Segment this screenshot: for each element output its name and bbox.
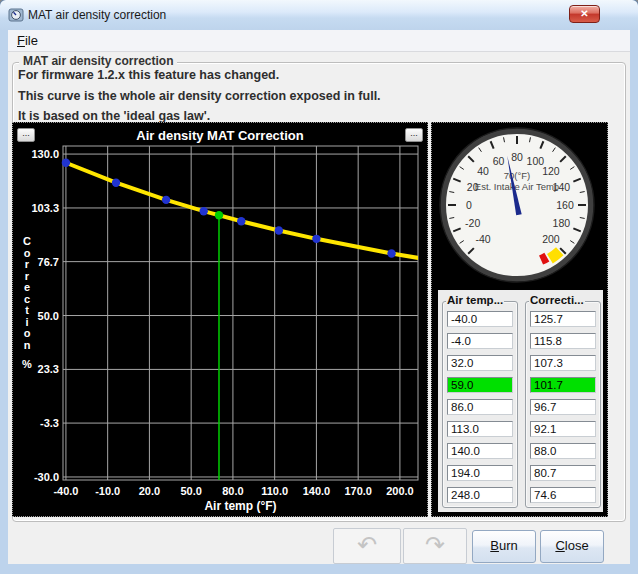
svg-text:n: n bbox=[24, 339, 31, 351]
window-title: MAT air density correction bbox=[28, 8, 166, 22]
gauge-title: Est. Intake Air Temp bbox=[475, 181, 559, 192]
cell-field[interactable]: 32.0 bbox=[447, 355, 513, 371]
svg-text:76.7: 76.7 bbox=[38, 256, 59, 268]
info-line-3: It is based on the 'ideal gas law'. bbox=[18, 109, 210, 123]
cell-field[interactable]: 115.8 bbox=[530, 333, 596, 349]
curve-point[interactable] bbox=[199, 207, 207, 215]
cell-field[interactable]: 125.7 bbox=[530, 311, 596, 327]
column-header: Air temp... bbox=[446, 294, 504, 306]
gauge-value: 70(°F) bbox=[504, 170, 531, 181]
redo-icon: ↷ bbox=[425, 531, 445, 558]
svg-text:-3.3: -3.3 bbox=[40, 417, 59, 429]
svg-text:140.0: 140.0 bbox=[303, 485, 331, 497]
svg-text:20.0: 20.0 bbox=[139, 485, 160, 497]
svg-text:e: e bbox=[24, 281, 30, 293]
svg-text:o: o bbox=[24, 247, 31, 259]
curve-point[interactable] bbox=[112, 179, 120, 187]
cell-field[interactable]: 80.7 bbox=[530, 465, 596, 481]
svg-text:23.3: 23.3 bbox=[38, 363, 59, 375]
svg-text:-10.0: -10.0 bbox=[95, 485, 120, 497]
svg-text:130.0: 130.0 bbox=[31, 148, 59, 160]
cell-field[interactable]: 59.0 bbox=[447, 377, 513, 393]
cursor-point bbox=[215, 211, 223, 219]
cell-field[interactable]: 140.0 bbox=[447, 443, 513, 459]
curve-point[interactable] bbox=[312, 235, 320, 243]
correction-curve-chart[interactable]: 130.0103.376.750.023.3-3.3-30.0-40.0-10.… bbox=[13, 123, 427, 516]
undo-icon: ↶ bbox=[357, 531, 377, 558]
table-column-correction: Correcti...125.7115.8107.3101.796.792.18… bbox=[525, 301, 601, 508]
app-icon bbox=[8, 7, 24, 23]
svg-text:-40.0: -40.0 bbox=[53, 485, 78, 497]
y-axis-label-unit: % bbox=[22, 358, 32, 370]
cell-field[interactable]: 101.7 bbox=[530, 377, 596, 393]
cell-field[interactable]: 107.3 bbox=[530, 355, 596, 371]
column-header: Correcti... bbox=[529, 294, 585, 306]
info-line-2: This curve is the whole air density corr… bbox=[18, 89, 381, 103]
cell-field[interactable]: 113.0 bbox=[447, 421, 513, 437]
gauge-table-panel: -40-2002040608010012014016018020070(°F)E… bbox=[431, 122, 608, 517]
burn-button[interactable]: Burn bbox=[472, 530, 536, 563]
svg-text:0: 0 bbox=[466, 199, 472, 211]
svg-text:50.0: 50.0 bbox=[38, 310, 59, 322]
svg-text:-20: -20 bbox=[465, 217, 480, 229]
cell-field[interactable]: 88.0 bbox=[530, 443, 596, 459]
svg-text:C: C bbox=[23, 235, 31, 247]
cell-field[interactable]: -40.0 bbox=[447, 311, 513, 327]
titlebar[interactable]: MAT air density correction ✕ bbox=[0, 0, 638, 30]
cell-field[interactable]: -4.0 bbox=[447, 333, 513, 349]
svg-text:t: t bbox=[25, 304, 29, 316]
cell-field[interactable]: 96.7 bbox=[530, 399, 596, 415]
x-axis-label: Air temp (°F) bbox=[204, 499, 276, 513]
close-button[interactable]: Close bbox=[540, 530, 604, 563]
intake-air-temp-gauge: -40-2002040608010012014016018020070(°F)E… bbox=[432, 123, 607, 289]
cell-field[interactable]: 248.0 bbox=[447, 487, 513, 503]
close-window-button[interactable]: ✕ bbox=[569, 5, 600, 23]
svg-text:170.0: 170.0 bbox=[344, 485, 372, 497]
info-line-1: For firmware 1.2.x this feature has chan… bbox=[18, 68, 279, 82]
svg-text:200: 200 bbox=[542, 233, 560, 245]
svg-text:103.3: 103.3 bbox=[31, 202, 59, 214]
cell-field[interactable]: 194.0 bbox=[447, 465, 513, 481]
cell-field[interactable]: 86.0 bbox=[447, 399, 513, 415]
svg-text:r: r bbox=[25, 270, 30, 282]
svg-text:80.0: 80.0 bbox=[222, 485, 243, 497]
svg-text:r: r bbox=[25, 258, 30, 270]
cell-field[interactable]: 74.6 bbox=[530, 487, 596, 503]
svg-text:-40: -40 bbox=[475, 233, 490, 245]
table-column-air-temp: Air temp...-40.0-4.032.059.086.0113.0140… bbox=[442, 301, 518, 508]
svg-text:180: 180 bbox=[553, 217, 571, 229]
correction-curve[interactable] bbox=[66, 163, 427, 266]
svg-text:120: 120 bbox=[542, 165, 560, 177]
svg-text:60: 60 bbox=[493, 155, 505, 167]
svg-text:50.0: 50.0 bbox=[180, 485, 201, 497]
svg-text:o: o bbox=[24, 327, 31, 339]
svg-text:110.0: 110.0 bbox=[261, 485, 288, 497]
svg-text:80: 80 bbox=[511, 151, 523, 163]
curve-value-table: Air temp...-40.0-4.032.059.086.0113.0140… bbox=[438, 290, 603, 512]
undo-button[interactable]: ↶ bbox=[333, 528, 401, 564]
chart-panel[interactable]: ... Air density MAT Correction ... 130.0… bbox=[12, 122, 428, 517]
curve-point[interactable] bbox=[237, 217, 245, 225]
svg-text:200.0: 200.0 bbox=[386, 485, 414, 497]
svg-text:160: 160 bbox=[556, 199, 574, 211]
svg-text:40: 40 bbox=[477, 165, 489, 177]
curve-point[interactable] bbox=[275, 226, 283, 234]
close-icon: ✕ bbox=[580, 8, 588, 19]
curve-point[interactable] bbox=[387, 249, 395, 257]
menubar: File bbox=[8, 30, 630, 52]
svg-text:-30.0: -30.0 bbox=[34, 471, 59, 483]
dialog-window: MAT air density correction ✕ File MAT ai… bbox=[0, 0, 638, 574]
cell-field[interactable]: 92.1 bbox=[530, 421, 596, 437]
groupbox-title: MAT air density correction bbox=[19, 54, 177, 68]
curve-point[interactable] bbox=[62, 159, 70, 167]
svg-text:i: i bbox=[25, 316, 28, 328]
redo-button[interactable]: ↷ bbox=[403, 528, 467, 564]
svg-text:c: c bbox=[24, 293, 30, 305]
menu-file[interactable]: File bbox=[8, 30, 47, 52]
curve-point[interactable] bbox=[162, 196, 170, 204]
